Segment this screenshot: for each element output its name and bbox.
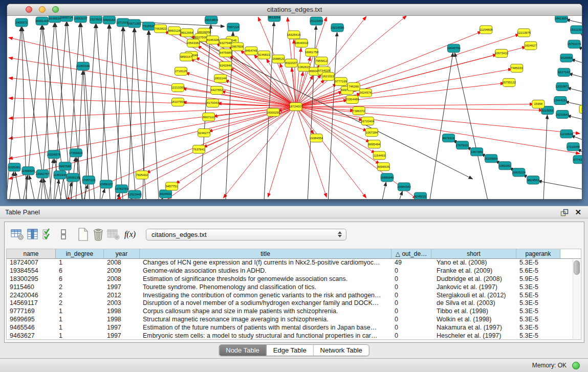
- graph-node[interactable]: 12093872: [556, 82, 570, 91]
- graph-node[interactable]: 746266: [347, 82, 360, 91]
- table-row[interactable]: 911546021997Tourette syndrome. Phenomeno…: [7, 283, 581, 292]
- graph-node[interactable]: 8912954: [181, 29, 193, 37]
- graph-node[interactable]: 18107554: [171, 98, 185, 106]
- graph-node[interactable]: 20206576: [47, 150, 61, 159]
- graph-node[interactable]: 8186328: [207, 36, 219, 44]
- graph-node[interactable]: 16905224: [512, 168, 526, 177]
- graph-node[interactable]: 9777169: [335, 77, 347, 85]
- graph-node[interactable]: 21053346: [76, 62, 90, 70]
- graph-node[interactable]: 1362615: [298, 63, 310, 71]
- graph-node[interactable]: 10653237: [74, 16, 88, 23]
- graph-node[interactable]: 9246277: [198, 129, 210, 137]
- graph-node[interactable]: 15751074: [568, 40, 581, 48]
- graph-node[interactable]: 11568829: [21, 167, 35, 175]
- graph-node[interactable]: 16543382: [186, 39, 200, 47]
- graph-node[interactable]: 18724007: [289, 102, 303, 111]
- close-window-button[interactable]: [26, 6, 32, 13]
- tab-network-table[interactable]: Network Table: [314, 345, 369, 356]
- graph-node[interactable]: 4170043: [207, 99, 219, 107]
- graph-node[interactable]: 13942757: [36, 170, 50, 178]
- table-panel-titlebar[interactable]: Table Panel ✕: [0, 206, 588, 218]
- graph-node[interactable]: 15123454: [310, 17, 323, 25]
- graph-node[interactable]: 9227342: [558, 68, 570, 76]
- graph-node[interactable]: 6774332: [573, 156, 582, 164]
- graph-node[interactable]: 7386372: [353, 106, 365, 115]
- graph-node[interactable]: 15889849: [380, 173, 394, 182]
- clear-selection-icon[interactable]: [56, 227, 71, 242]
- graph-node[interactable]: 18413054: [555, 16, 569, 23]
- column-header-short[interactable]: short: [431, 249, 516, 259]
- table-row[interactable]: 977716911998Corpus callosum shape and si…: [7, 308, 581, 316]
- column-header-pagerank[interactable]: pagerank: [516, 249, 560, 259]
- graph-node[interactable]: 18325419: [287, 31, 301, 39]
- graph-node[interactable]: 11210649: [560, 130, 574, 138]
- tab-edge-table[interactable]: Edge Table: [267, 345, 314, 356]
- float-panel-icon[interactable]: [560, 209, 569, 216]
- graph-node[interactable]: 18300295: [267, 108, 280, 117]
- graph-node[interactable]: 16648784: [447, 44, 461, 52]
- graph-node[interactable]: 12213975: [517, 29, 531, 37]
- graph-node[interactable]: 16671355: [127, 19, 141, 28]
- graph-node[interactable]: 19111304: [570, 26, 582, 34]
- zoom-window-button[interactable]: [52, 6, 59, 13]
- scrollbar-thumb[interactable]: [574, 260, 580, 275]
- graph-node[interactable]: 19384554: [310, 134, 323, 142]
- graph-node[interactable]: 12444154: [554, 96, 568, 104]
- window-titlebar[interactable]: citations_edges.txt: [7, 4, 582, 16]
- graph-node[interactable]: 8860128: [168, 27, 181, 35]
- graph-node[interactable]: 7663822: [155, 25, 167, 33]
- graph-node[interactable]: 9106524: [49, 16, 61, 23]
- column-header-year[interactable]: year: [104, 249, 140, 259]
- graph-node[interactable]: 9146821: [258, 51, 270, 59]
- graph-node[interactable]: 9457751: [166, 182, 178, 190]
- graph-node[interactable]: 1604627: [525, 41, 537, 50]
- graph-node[interactable]: 2405572: [15, 18, 28, 27]
- graph-node[interactable]: 1051061: [499, 162, 511, 170]
- graph-node[interactable]: 16782759: [115, 185, 128, 193]
- graph-node[interactable]: 1883714: [60, 16, 73, 21]
- graph-node[interactable]: 9997588: [59, 162, 71, 170]
- graph-node[interactable]: 8322037: [285, 59, 297, 67]
- table-row[interactable]: 1830029562008Estimation of significance …: [7, 275, 581, 283]
- graph-node[interactable]: 15755122: [502, 78, 516, 86]
- table-row[interactable]: 946554611997Estimation of the future num…: [7, 324, 581, 332]
- graph-node[interactable]: 18640910: [295, 39, 309, 47]
- table-row[interactable]: 946362711997Embryonic stem cells: a mode…: [7, 332, 581, 340]
- graph-node[interactable]: 11451944: [53, 171, 67, 179]
- graph-node[interactable]: 9824502: [160, 190, 172, 198]
- column-header-title[interactable]: title: [140, 249, 391, 259]
- tab-node-table[interactable]: Node Table: [219, 345, 267, 356]
- graph-node[interactable]: 7825402: [136, 171, 148, 179]
- graph-node[interactable]: 7857224: [227, 23, 239, 31]
- new-document-icon[interactable]: [75, 227, 91, 242]
- graph-node[interactable]: 8096535: [377, 163, 389, 171]
- graph-node[interactable]: 7955812: [315, 57, 328, 65]
- table-row[interactable]: 969969511998Structural magnetic resonanc…: [7, 316, 581, 324]
- graph-node[interactable]: 9335081: [8, 163, 20, 171]
- show-columns-icon[interactable]: [25, 227, 40, 242]
- graph-node[interactable]: 9242848: [220, 61, 232, 70]
- graph-node[interactable]: 16961758: [305, 48, 319, 56]
- graph-node[interactable]: 9329966: [560, 54, 573, 62]
- delete-icon[interactable]: [91, 227, 106, 242]
- graph-node[interactable]: 13505135: [66, 173, 80, 182]
- vertical-scrollbar[interactable]: [573, 259, 580, 339]
- graph-node[interactable]: 9327548: [220, 39, 232, 47]
- graph-node[interactable]: 12923445: [128, 190, 142, 199]
- graph-node[interactable]: 17957223: [82, 176, 96, 184]
- graph-node[interactable]: 8813054: [268, 16, 280, 21]
- table-select-dropdown[interactable]: citations_edges.txt: [146, 229, 346, 240]
- graph-node[interactable]: 9824562: [527, 176, 539, 184]
- graph-node[interactable]: 16159066: [484, 155, 498, 163]
- graph-node[interactable]: 7485033: [511, 64, 523, 72]
- table-row[interactable]: 1938455462009Genome-wide association stu…: [7, 267, 581, 275]
- graph-node[interactable]: 1467389: [471, 148, 483, 156]
- table-row[interactable]: 1456911722003Disruption of a novel membe…: [7, 299, 581, 308]
- graph-node[interactable]: 7637841: [193, 145, 205, 154]
- graph-node[interactable]: 8895494: [368, 140, 380, 148]
- graph-node[interactable]: 7515526: [142, 22, 155, 30]
- graph-node[interactable]: 15958: [532, 100, 545, 108]
- graph-node[interactable]: 30691406: [35, 17, 49, 25]
- table-settings-icon[interactable]: [10, 227, 25, 242]
- graph-node[interactable]: 1067284: [365, 128, 378, 137]
